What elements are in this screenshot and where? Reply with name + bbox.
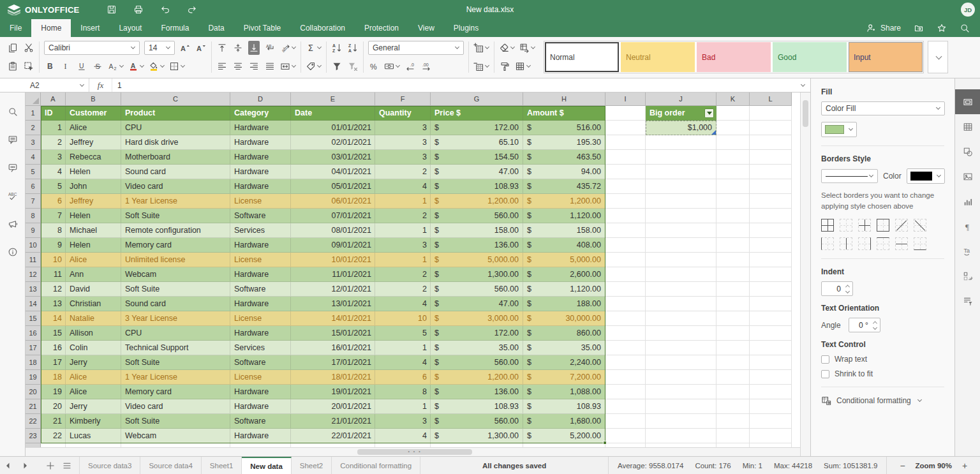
spreadsheet-grid[interactable]: ABCDEFGHIJKL1IDCustomerProductCategoryDa… — [26, 93, 800, 447]
cell-L21[interactable] — [750, 399, 792, 414]
cell-E12[interactable]: 11/01/2021 — [291, 267, 375, 282]
cell-H15[interactable]: $30,000.00 — [523, 311, 605, 326]
cell-L15[interactable] — [750, 311, 792, 326]
italic-icon[interactable]: I — [60, 59, 71, 73]
cell-K14[interactable] — [716, 297, 750, 311]
cell-F6[interactable]: 4 — [375, 179, 431, 194]
cell-D4[interactable]: Hardware — [230, 150, 291, 165]
border-line-style-combo[interactable] — [821, 169, 878, 183]
cell-D8[interactable]: Software — [230, 209, 291, 223]
next-sheet-icon[interactable] — [17, 457, 33, 474]
table-header-amount-[interactable]: Amount $ — [523, 106, 605, 121]
cell-H10[interactable]: $408.00 — [523, 238, 605, 253]
cell-D7[interactable]: License — [230, 194, 291, 209]
align-center-icon[interactable] — [232, 59, 244, 73]
cell-F10[interactable]: 3 — [375, 238, 431, 253]
cell-I21[interactable] — [605, 399, 646, 414]
cell-K12[interactable] — [716, 267, 750, 282]
font-size-combo[interactable]: 14 — [144, 41, 175, 55]
zoom-in-button[interactable]: + — [960, 461, 970, 471]
style-preset-bad[interactable]: Bad — [697, 42, 771, 72]
cell-F20[interactable]: 8 — [375, 385, 431, 399]
column-header-A[interactable]: A — [41, 93, 66, 106]
cell-F11[interactable]: 1 — [375, 253, 431, 267]
cell-F22[interactable]: 3 — [375, 414, 431, 429]
cell-H17[interactable]: $35.00 — [523, 341, 605, 355]
cell-K15[interactable] — [716, 311, 750, 326]
menu-tab-formula[interactable]: Formula — [151, 19, 198, 37]
bold-icon[interactable]: B — [44, 59, 56, 73]
cell-L2[interactable] — [750, 121, 792, 135]
cell-L8[interactable] — [750, 209, 792, 223]
cell-E16[interactable]: 15/01/2021 — [291, 326, 375, 341]
textart-settings-icon[interactable]: Ta — [955, 239, 980, 263]
cell-B21[interactable]: Jerry — [66, 399, 121, 414]
cell-D5[interactable]: Hardware — [230, 165, 291, 179]
cell-D21[interactable]: Hardware — [230, 399, 291, 414]
cell-L16[interactable] — [750, 326, 792, 341]
border-preset-right-icon[interactable] — [858, 237, 871, 250]
row-header-19[interactable]: 19 — [26, 370, 41, 385]
cell-C19[interactable]: 1 Year License — [121, 370, 230, 385]
cell-A23[interactable]: 22 — [41, 429, 66, 443]
cell-C7[interactable]: 1 Year License — [121, 194, 230, 209]
cell-K10[interactable] — [716, 238, 750, 253]
cell-C2[interactable]: CPU — [121, 121, 230, 135]
cell-J6[interactable] — [646, 179, 716, 194]
cell-C21[interactable]: Video card — [121, 399, 230, 414]
font-color-button[interactable]: A — [128, 59, 144, 73]
menu-tab-insert[interactable]: Insert — [71, 19, 109, 37]
zoom-level[interactable]: Zoom 90% — [915, 462, 952, 470]
cell-D13[interactable]: Software — [230, 282, 291, 297]
cell-I22[interactable] — [605, 414, 646, 429]
row-header-17[interactable]: 17 — [26, 341, 41, 355]
cell-G21[interactable]: $108.93 — [431, 399, 523, 414]
formula-bar-collapse-button[interactable] — [794, 78, 810, 92]
cell-I14[interactable] — [605, 297, 646, 311]
cell-I12[interactable] — [605, 267, 646, 282]
cell-A11[interactable]: 10 — [41, 253, 66, 267]
align-bottom-icon[interactable] — [248, 41, 260, 55]
cell-styles-expand-button[interactable] — [928, 41, 948, 73]
clear-button[interactable] — [499, 41, 515, 55]
cell-D9[interactable]: Services — [230, 223, 291, 238]
cell-E11[interactable]: 10/01/2021 — [291, 253, 375, 267]
cell-J3[interactable] — [646, 135, 716, 150]
cell-K3[interactable] — [716, 135, 750, 150]
favorite-icon[interactable] — [937, 23, 947, 33]
cell-E13[interactable]: 12/01/2021 — [291, 282, 375, 297]
cell-H4[interactable]: $463.50 — [523, 150, 605, 165]
column-header-G[interactable]: G — [431, 93, 523, 106]
row-header-2[interactable]: 2 — [26, 121, 41, 135]
cell-C10[interactable]: Memory card — [121, 238, 230, 253]
column-header-F[interactable]: F — [375, 93, 431, 106]
cell-B4[interactable]: Rebecca — [66, 150, 121, 165]
cell-K17[interactable] — [716, 341, 750, 355]
named-ranges-button[interactable] — [306, 59, 322, 73]
table-header-id[interactable]: ID — [41, 106, 66, 121]
cell-G5[interactable]: $47.00 — [431, 165, 523, 179]
select-all-corner[interactable] — [26, 93, 41, 106]
cell-L22[interactable] — [750, 414, 792, 429]
sheet-tab-source-data4[interactable]: Source data4 — [140, 457, 201, 474]
search-icon[interactable] — [0, 98, 25, 126]
cell-G14[interactable]: $47.00 — [431, 297, 523, 311]
format-as-table-button[interactable] — [515, 59, 531, 73]
sheet-tab-conditional-formatting[interactable]: Conditional formatting — [332, 457, 420, 474]
subscript-button[interactable]: A2 — [108, 59, 124, 73]
cell-F23[interactable]: 4 — [375, 429, 431, 443]
cell-J12[interactable] — [646, 267, 716, 282]
cell-B22[interactable]: Kimberly — [66, 414, 121, 429]
cell-F19[interactable]: 6 — [375, 370, 431, 385]
feedback-icon[interactable] — [0, 210, 25, 238]
cell-L18[interactable] — [750, 355, 792, 370]
delete-cells-button[interactable] — [473, 59, 489, 73]
cell-I6[interactable] — [605, 179, 646, 194]
cell-A6[interactable]: 5 — [41, 179, 66, 194]
copy-style-button[interactable] — [519, 41, 535, 55]
cell-A17[interactable]: 16 — [41, 341, 66, 355]
cell-K6[interactable] — [716, 179, 750, 194]
horizontal-scroll-thumb[interactable]: • • • — [357, 449, 472, 455]
table-header-quantity[interactable]: Quantity — [375, 106, 431, 121]
strikethrough-icon[interactable]: S — [92, 59, 103, 73]
